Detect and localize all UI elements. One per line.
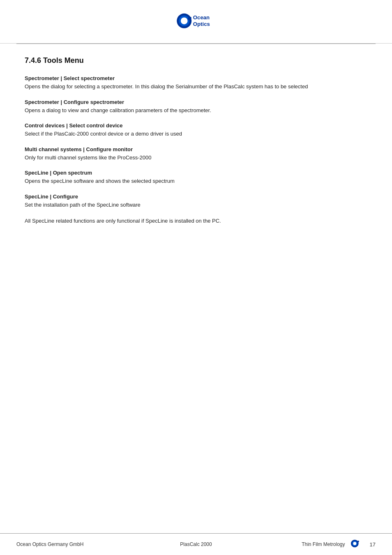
menu-item-spectrometer-select-desc: Opens the dialog for selecting a spectro… — [25, 83, 367, 91]
menu-item-specline-configure-part2: Configure — [53, 193, 78, 200]
section-title: 7.4.6 Tools Menu — [25, 56, 367, 65]
footer-right-section: Thin Film Metrology 17 — [256, 539, 376, 550]
menu-item-spectrometer-configure-part1: Spectrometer — [25, 99, 59, 105]
footer-company: Ocean Optics Germany GmbH — [16, 541, 136, 547]
menu-item-spectrometer-configure-heading: Spectrometer | Configure spectrometer — [25, 99, 367, 105]
svg-text:Ocean: Ocean — [193, 14, 210, 21]
menu-item-spectrometer-configure-desc: Opens a dialog to view and change calibr… — [25, 106, 367, 115]
ocean-optics-logo: Ocean Optics — [171, 8, 221, 37]
main-content: 7.4.6 Tools Menu Spectrometer | Select s… — [0, 44, 392, 242]
menu-item-multi-channel-desc: Only for multi channel systems like the … — [25, 154, 367, 162]
menu-item-control-devices-part2: Select control device — [69, 122, 122, 129]
menu-item-spectrometer-select-heading: Spectrometer | Select spectrometer — [25, 75, 367, 81]
svg-point-8 — [353, 542, 356, 545]
menu-item-sep4: | — [82, 146, 86, 152]
note-paragraph: All SpecLine related functions are only … — [25, 217, 367, 225]
menu-item-sep2: | — [59, 99, 64, 105]
menu-item-specline-open-heading: SpecLine | Open spectrum — [25, 170, 367, 176]
menu-item-control-devices: Control devices | Select control device … — [25, 122, 367, 138]
menu-item-sep3: | — [65, 122, 69, 129]
menu-item-multi-channel-part2: Configure monitor — [86, 146, 133, 152]
menu-item-control-devices-part1: Control devices — [25, 122, 65, 129]
menu-item-specline-configure-heading: SpecLine | Configure — [25, 193, 367, 200]
footer-logo-icon — [349, 539, 366, 550]
page-header: Ocean Optics — [0, 0, 392, 44]
menu-item-multi-channel-part1: Multi channel systems — [25, 146, 82, 152]
footer-page-number: 17 — [370, 541, 376, 548]
menu-items-list: Spectrometer | Select spectrometer Opens… — [25, 75, 367, 209]
menu-item-control-devices-desc: Select if the PlasCalc-2000 control devi… — [25, 130, 367, 138]
menu-item-spectrometer-select: Spectrometer | Select spectrometer Opens… — [25, 75, 367, 91]
svg-text:Optics: Optics — [193, 21, 210, 27]
logo-container: Ocean Optics — [171, 8, 221, 37]
menu-item-specline-configure-part1: SpecLine — [25, 193, 48, 200]
page-footer: Ocean Optics Germany GmbH PlasCalc 2000 … — [0, 533, 392, 555]
menu-item-specline-open-part1: SpecLine — [25, 170, 48, 176]
menu-item-sep1: | — [59, 75, 64, 81]
footer-subtitle: Thin Film Metrology — [302, 541, 345, 547]
menu-item-specline-open-part2: Open spectrum — [53, 170, 92, 176]
svg-point-2 — [181, 17, 188, 24]
menu-item-spectrometer-configure-part2: Configure spectrometer — [64, 99, 124, 105]
menu-item-multi-channel-heading: Multi channel systems | Configure monito… — [25, 146, 367, 152]
menu-item-spectrometer-select-part1: Spectrometer — [25, 75, 59, 81]
menu-item-sep5: | — [48, 170, 53, 176]
menu-item-control-devices-heading: Control devices | Select control device — [25, 122, 367, 129]
menu-item-specline-open-desc: Opens the specLine software and shows th… — [25, 177, 367, 185]
menu-item-specline-open: SpecLine | Open spectrum Opens the specL… — [25, 170, 367, 185]
menu-item-spectrometer-configure: Spectrometer | Configure spectrometer Op… — [25, 99, 367, 115]
menu-item-specline-configure-desc: Set the installation path of the SpecLin… — [25, 201, 367, 209]
menu-item-specline-configure: SpecLine | Configure Set the installatio… — [25, 193, 367, 209]
footer-product: PlasCalc 2000 — [136, 541, 256, 547]
menu-item-sep6: | — [48, 193, 53, 200]
menu-item-spectrometer-select-part2: Select spectrometer — [64, 75, 115, 81]
menu-item-multi-channel: Multi channel systems | Configure monito… — [25, 146, 367, 162]
